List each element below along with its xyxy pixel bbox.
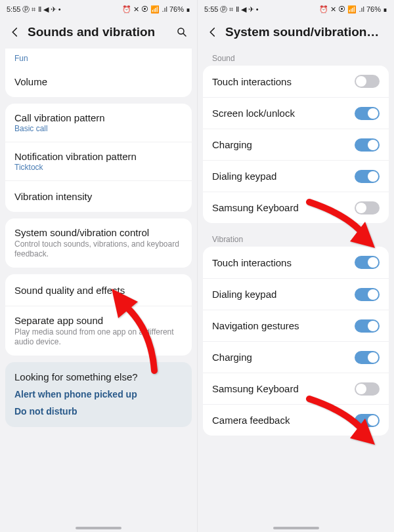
toggle-sound-keyboard[interactable]: [355, 201, 380, 215]
page-title: System sound/vibration…: [225, 25, 385, 39]
footer-link-alert[interactable]: Alert when phone picked up: [14, 389, 183, 399]
footer-title: Looking for something else?: [14, 371, 183, 382]
status-left-icons: ⓟ ⌗ Ⅱ ◀ ✈ •: [220, 5, 258, 14]
toggle-sound-dialing[interactable]: [355, 170, 380, 183]
toggle-vib-nav[interactable]: [355, 319, 380, 333]
status-bar: 5:55 ⓟ ⌗ Ⅱ ◀ ✈ • ⏰ ✕ ⦿ 📶 .ıl 76% ∎: [0, 0, 197, 18]
sound-charging-label: Charging: [212, 139, 252, 150]
nav-indicator[interactable]: [273, 527, 319, 529]
row-sound-touch-interactions[interactable]: Touch interactions: [203, 66, 389, 97]
section-header-sound: Sound: [203, 49, 389, 66]
footer-link-dnd[interactable]: Do not disturb: [14, 406, 183, 417]
row-system-sound-vibration-control[interactable]: System sound/vibration control Control t…: [5, 218, 192, 268]
status-left-icons: ⓟ ⌗ Ⅱ ◀ ✈ •: [22, 5, 60, 14]
row-vib-navigation-gestures[interactable]: Navigation gestures: [203, 310, 389, 341]
sound-dialing-label: Dialing keypad: [212, 171, 276, 182]
row-vib-charging[interactable]: Charging: [203, 341, 389, 373]
toggle-vib-keyboard[interactable]: [355, 382, 380, 396]
row-sound-charging[interactable]: Charging: [203, 129, 389, 160]
ringtone-value: Fun: [5, 49, 192, 66]
battery-icon: ∎: [383, 5, 387, 14]
toggle-vib-dialing[interactable]: [355, 288, 380, 301]
row-sound-screen-lock[interactable]: Screen lock/unlock: [203, 97, 389, 129]
status-bar: 5:55 ⓟ ⌗ Ⅱ ◀ ✈ • ⏰ ✕ ⦿ 📶 .ıl 76% ∎: [198, 0, 394, 18]
row-volume-label: Volume: [14, 76, 47, 87]
section-header-vibration: Vibration: [203, 230, 389, 247]
sound-lock-label: Screen lock/unlock: [212, 108, 295, 119]
toggle-sound-charging[interactable]: [355, 138, 380, 152]
svg-point-0: [178, 28, 184, 34]
vib-nav-label: Navigation gestures: [212, 320, 299, 331]
status-right-icons: ⏰ ✕ ⦿ 📶 .ıl: [122, 5, 167, 14]
vib-dialing-label: Dialing keypad: [212, 289, 276, 300]
card-vibration-group: Call vibration pattern Basic call Notifi…: [5, 104, 192, 212]
card-sound-group: Touch interactions Screen lock/unlock Ch…: [203, 66, 389, 223]
search-icon[interactable]: [176, 26, 188, 38]
vibration-intensity-label: Vibration intensity: [14, 191, 92, 202]
status-battery: 76%: [366, 5, 381, 13]
toggle-sound-touch[interactable]: [355, 75, 380, 88]
row-vib-touch-interactions[interactable]: Touch interactions: [203, 247, 389, 278]
toggle-vib-touch[interactable]: [355, 256, 380, 269]
card-effects-group: Sound quality and effects Separate app s…: [5, 274, 192, 356]
appbar-right: System sound/vibration…: [198, 18, 394, 49]
row-vib-dialing-keypad[interactable]: Dialing keypad: [203, 278, 389, 310]
back-icon[interactable]: [207, 26, 219, 38]
scroll-right[interactable]: Sound Touch interactions Screen lock/unl…: [198, 49, 394, 532]
row-vib-camera-feedback[interactable]: Camera feedback: [203, 404, 389, 436]
battery-icon: ∎: [186, 5, 190, 14]
separate-app-label: Separate app sound: [14, 315, 183, 326]
notif-pattern-label: Notification vibration pattern: [14, 151, 183, 162]
row-call-vibration-pattern[interactable]: Call vibration pattern Basic call: [5, 104, 192, 142]
call-pattern-value: Basic call: [14, 124, 183, 133]
appbar-left: Sounds and vibration: [0, 18, 197, 49]
sound-keyboard-label: Samsung Keyboard: [212, 202, 299, 213]
system-control-label: System sound/vibration control: [14, 227, 183, 238]
toggle-vib-camera[interactable]: [355, 414, 380, 427]
row-separate-app-sound[interactable]: Separate app sound Play media sound from…: [5, 306, 192, 356]
vib-charging-label: Charging: [212, 352, 252, 363]
scroll-left[interactable]: Fun Volume Call vibration pattern Basic …: [0, 49, 197, 532]
status-battery: 76%: [169, 5, 184, 13]
row-volume[interactable]: Volume: [5, 66, 192, 97]
row-notification-vibration-pattern[interactable]: Notification vibration pattern Ticktock: [5, 142, 192, 180]
vib-touch-label: Touch interactions: [212, 257, 292, 268]
row-sound-quality-effects[interactable]: Sound quality and effects: [5, 274, 192, 306]
row-vibration-intensity[interactable]: Vibration intensity: [5, 180, 192, 212]
footer-card: Looking for something else? Alert when p…: [5, 362, 192, 427]
row-sound-samsung-keyboard[interactable]: Samsung Keyboard: [203, 192, 389, 223]
separate-app-desc: Play media sound from one app on a diffe…: [14, 327, 183, 347]
card-ringtone-group: Fun Volume: [5, 49, 192, 97]
system-control-desc: Control touch sounds, vibrations, and ke…: [14, 239, 183, 259]
nav-indicator[interactable]: [76, 527, 121, 529]
row-vib-samsung-keyboard[interactable]: Samsung Keyboard: [203, 373, 389, 404]
vib-camera-label: Camera feedback: [212, 415, 290, 426]
status-time: 5:55: [7, 5, 20, 13]
pane-system-sound-vibration: 5:55 ⓟ ⌗ Ⅱ ◀ ✈ • ⏰ ✕ ⦿ 📶 .ıl 76% ∎ Syste…: [197, 0, 394, 532]
vib-keyboard-label: Samsung Keyboard: [212, 383, 299, 394]
page-title: Sounds and vibration: [28, 25, 169, 39]
notif-pattern-value: Ticktock: [14, 163, 183, 172]
toggle-sound-lock[interactable]: [355, 107, 380, 120]
back-icon[interactable]: [9, 26, 21, 38]
pane-sounds-and-vibration: 5:55 ⓟ ⌗ Ⅱ ◀ ✈ • ⏰ ✕ ⦿ 📶 .ıl 76% ∎ Sound…: [0, 0, 197, 532]
sound-quality-label: Sound quality and effects: [14, 285, 125, 296]
card-system-control: System sound/vibration control Control t…: [5, 218, 192, 268]
toggle-vib-charging[interactable]: [355, 351, 380, 364]
sound-touch-label: Touch interactions: [212, 76, 292, 87]
card-vibration-group: Touch interactions Dialing keypad Naviga…: [203, 247, 389, 436]
row-sound-dialing-keypad[interactable]: Dialing keypad: [203, 160, 389, 192]
status-time: 5:55: [204, 5, 218, 13]
status-right-icons: ⏰ ✕ ⦿ 📶 .ıl: [319, 5, 364, 14]
call-pattern-label: Call vibration pattern: [14, 112, 183, 123]
